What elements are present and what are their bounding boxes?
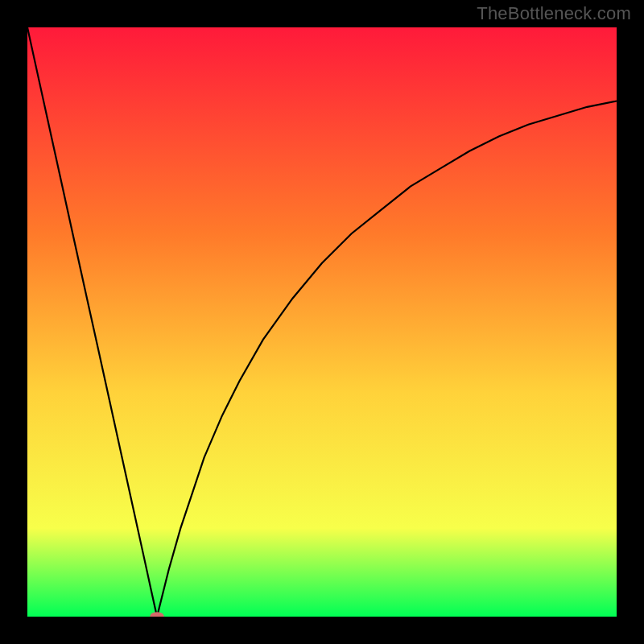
gradient-background bbox=[27, 27, 617, 617]
plot-area bbox=[27, 27, 617, 617]
chart-svg bbox=[27, 27, 617, 617]
watermark-text: TheBottleneck.com bbox=[477, 3, 631, 24]
chart-frame: TheBottleneck.com bbox=[0, 0, 644, 644]
